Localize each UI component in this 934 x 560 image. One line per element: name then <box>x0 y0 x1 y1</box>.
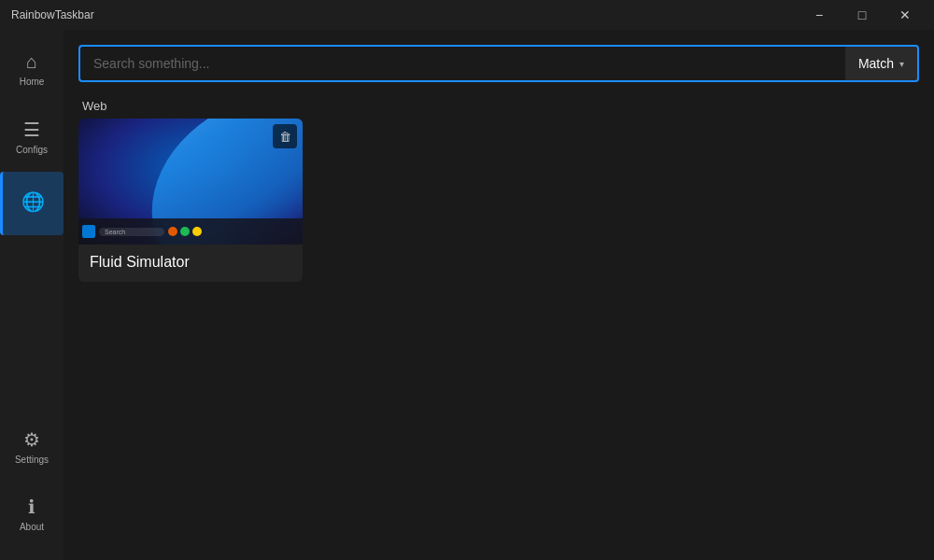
sidebar-item-configs[interactable]: ☰ Configs <box>0 105 64 168</box>
sidebar-item-about-label: About <box>20 522 44 532</box>
card-thumbnail: Search <box>78 119 303 245</box>
taskbar-icon-firefox <box>168 227 177 236</box>
home-icon: ⌂ <box>26 51 37 73</box>
globe-icon: 🌐 <box>21 190 45 213</box>
card-title: Fluid Simulator <box>78 245 303 282</box>
card-fluid-simulator[interactable]: Search 🗑 Fluid Simulator <box>78 119 303 282</box>
sidebar-bottom: ⚙ Settings ℹ About <box>0 414 64 553</box>
category-web: Web Search <box>78 97 303 282</box>
sidebar-item-web[interactable]: 🌐 <box>0 172 64 235</box>
category-web-label: Web <box>78 97 303 115</box>
settings-icon: ⚙ <box>23 428 40 451</box>
taskbar-icon-steam <box>180 227 190 236</box>
sidebar-item-configs-label: Configs <box>16 145 48 155</box>
sidebar-top: ⌂ Home ☰ Configs 🌐 <box>0 37 64 414</box>
app-title: RainbowTaskbar <box>11 8 94 21</box>
taskbar-icons <box>168 227 202 236</box>
window-controls: − □ ✕ <box>798 0 927 30</box>
chevron-down-icon: ▾ <box>899 59 904 69</box>
close-button[interactable]: ✕ <box>884 0 927 30</box>
sidebar-item-home[interactable]: ⌂ Home <box>0 37 64 101</box>
sidebar-item-about[interactable]: ℹ About <box>0 482 64 545</box>
thumbnail-taskbar: Search <box>78 218 303 245</box>
info-icon: ℹ <box>28 496 35 518</box>
main-layout: ⌂ Home ☰ Configs 🌐 ⚙ Settings ℹ About <box>0 30 934 560</box>
sidebar: ⌂ Home ☰ Configs 🌐 ⚙ Settings ℹ About <box>0 30 64 560</box>
taskbar-start-icon <box>82 225 95 238</box>
search-bar: Match ▾ <box>78 45 919 82</box>
match-button[interactable]: Match ▾ <box>845 45 919 82</box>
taskbar-search-box: Search <box>99 228 164 236</box>
card-delete-button[interactable]: 🗑 <box>273 124 297 148</box>
content-area: Match ▾ Web Search <box>64 30 934 560</box>
match-label: Match <box>858 56 894 71</box>
maximize-button[interactable]: □ <box>841 0 884 30</box>
minimize-button[interactable]: − <box>798 0 841 30</box>
sidebar-item-home-label: Home <box>20 77 45 87</box>
sidebar-item-settings[interactable]: ⚙ Settings <box>0 414 64 478</box>
taskbar-icon-other <box>192 227 202 236</box>
search-input[interactable] <box>78 45 845 82</box>
configs-icon: ☰ <box>23 119 40 141</box>
cards-area: Web Search <box>78 97 919 282</box>
titlebar: RainbowTaskbar − □ ✕ <box>0 0 934 30</box>
sidebar-item-settings-label: Settings <box>15 455 49 465</box>
